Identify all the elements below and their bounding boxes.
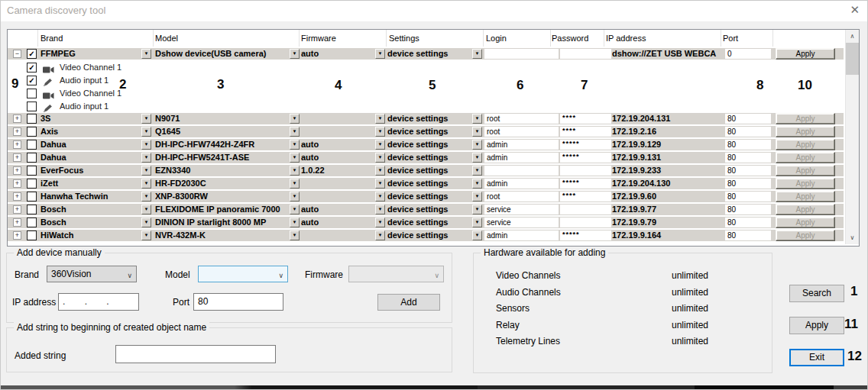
- brand-dropdown-icon[interactable]: ▼: [141, 179, 151, 189]
- settings-dropdown-icon[interactable]: ▼: [472, 166, 482, 176]
- brand-dropdown-icon[interactable]: ▼: [141, 205, 151, 214]
- firmware-dropdown-icon[interactable]: ▼: [375, 230, 385, 240]
- apply-button[interactable]: Apply: [789, 317, 844, 334]
- password-input[interactable]: *****: [560, 179, 611, 189]
- login-input[interactable]: admin: [484, 230, 559, 240]
- apply-row-button[interactable]: Apply: [776, 204, 835, 215]
- password-input[interactable]: *****: [560, 140, 611, 150]
- firmware-dropdown-icon[interactable]: ▼: [375, 153, 385, 163]
- apply-row-button[interactable]: Apply: [776, 230, 835, 241]
- model-dropdown-icon[interactable]: ▼: [290, 179, 300, 189]
- model-dropdown-icon[interactable]: ▼: [290, 218, 300, 227]
- apply-row-button[interactable]: Apply: [776, 191, 835, 202]
- port-input[interactable]: 80: [725, 153, 771, 163]
- brand-dropdown-icon[interactable]: ▼: [141, 218, 151, 227]
- ip-address-input[interactable]: . . .: [58, 293, 139, 311]
- login-input[interactable]: admin: [484, 153, 559, 163]
- model-dropdown-icon[interactable]: ▼: [290, 230, 300, 240]
- expand-toggle-icon[interactable]: +: [13, 192, 21, 201]
- row-checkbox[interactable]: [27, 192, 37, 201]
- vertical-scrollbar[interactable]: ∧ ∨: [845, 30, 859, 244]
- port-input[interactable]: 80: [725, 140, 771, 150]
- firmware-dropdown-icon[interactable]: ▼: [375, 192, 385, 201]
- model-dropdown-icon[interactable]: ▼: [290, 114, 300, 124]
- port-input[interactable]: 80: [193, 293, 283, 311]
- apply-row-button[interactable]: Apply: [776, 113, 835, 124]
- scroll-up-icon[interactable]: ∧: [846, 30, 859, 43]
- login-input[interactable]: root: [484, 127, 559, 137]
- settings-dropdown-icon[interactable]: ▼: [472, 179, 482, 189]
- model-dropdown-icon[interactable]: ▼: [290, 49, 300, 59]
- brand-dropdown-icon[interactable]: ▼: [141, 153, 151, 163]
- settings-dropdown-icon[interactable]: ▼: [472, 218, 482, 227]
- brand-dropdown-icon[interactable]: ▼: [141, 192, 151, 201]
- firmware-dropdown-icon[interactable]: ▼: [375, 218, 385, 227]
- port-input[interactable]: 80: [725, 218, 771, 227]
- expand-toggle-icon[interactable]: +: [13, 166, 21, 175]
- expand-toggle-icon[interactable]: +: [13, 140, 21, 149]
- port-input[interactable]: 0: [725, 49, 771, 59]
- expand-toggle-icon[interactable]: +: [13, 153, 21, 162]
- password-input[interactable]: ****: [560, 127, 611, 137]
- firmware-dropdown-icon[interactable]: ▼: [375, 140, 385, 150]
- settings-dropdown-icon[interactable]: ▼: [472, 205, 482, 214]
- child-checkbox[interactable]: [27, 102, 37, 111]
- settings-dropdown-icon[interactable]: ▼: [472, 49, 482, 59]
- expand-toggle-icon[interactable]: +: [13, 114, 21, 123]
- port-input[interactable]: 80: [725, 166, 771, 176]
- row-checkbox[interactable]: ✓: [27, 49, 37, 59]
- scroll-down-icon[interactable]: ∨: [846, 231, 859, 244]
- model-dropdown-icon[interactable]: ▼: [290, 205, 300, 214]
- brand-dropdown-icon[interactable]: ▼: [141, 230, 151, 240]
- model-dropdown-icon[interactable]: ▼: [290, 140, 300, 150]
- model-select[interactable]: ∨: [198, 266, 288, 282]
- login-input[interactable]: admin: [484, 140, 559, 150]
- brand-dropdown-icon[interactable]: ▼: [141, 166, 151, 176]
- model-dropdown-icon[interactable]: ▼: [290, 166, 300, 176]
- firmware-dropdown-icon[interactable]: ▼: [375, 49, 385, 59]
- login-input[interactable]: [484, 166, 559, 176]
- settings-dropdown-icon[interactable]: ▼: [472, 153, 482, 163]
- login-input[interactable]: root: [484, 192, 559, 201]
- apply-row-button[interactable]: Apply: [776, 48, 835, 60]
- apply-row-button[interactable]: Apply: [776, 126, 835, 137]
- password-input[interactable]: [560, 205, 611, 214]
- brand-select[interactable]: 360Vision ∨: [47, 266, 137, 282]
- settings-dropdown-icon[interactable]: ▼: [472, 114, 482, 124]
- port-input[interactable]: 80: [725, 230, 771, 240]
- child-checkbox[interactable]: ✓: [27, 76, 37, 85]
- row-checkbox[interactable]: [27, 205, 37, 214]
- expand-toggle-icon[interactable]: −: [13, 50, 21, 58]
- settings-dropdown-icon[interactable]: ▼: [472, 230, 482, 240]
- expand-toggle-icon[interactable]: +: [13, 231, 21, 240]
- password-input[interactable]: [560, 218, 611, 227]
- apply-row-button[interactable]: Apply: [776, 139, 835, 150]
- brand-dropdown-icon[interactable]: ▼: [141, 49, 151, 59]
- model-dropdown-icon[interactable]: ▼: [290, 127, 300, 137]
- firmware-select[interactable]: ∨: [348, 266, 444, 282]
- apply-row-button[interactable]: Apply: [776, 217, 835, 228]
- password-input[interactable]: [560, 49, 611, 59]
- port-input[interactable]: 80: [725, 179, 771, 189]
- model-dropdown-icon[interactable]: ▼: [290, 153, 300, 163]
- firmware-dropdown-icon[interactable]: ▼: [375, 114, 385, 124]
- child-checkbox[interactable]: ✓: [27, 63, 37, 73]
- expand-toggle-icon[interactable]: +: [13, 205, 21, 214]
- login-input[interactable]: service: [484, 205, 559, 214]
- password-input[interactable]: [560, 166, 611, 176]
- row-checkbox[interactable]: [27, 127, 37, 137]
- login-input[interactable]: admin: [484, 179, 559, 189]
- add-button[interactable]: Add: [377, 294, 440, 311]
- firmware-dropdown-icon[interactable]: ▼: [375, 205, 385, 214]
- apply-row-button[interactable]: Apply: [776, 178, 835, 189]
- port-input[interactable]: 80: [725, 192, 771, 201]
- brand-dropdown-icon[interactable]: ▼: [141, 114, 151, 124]
- password-input[interactable]: *****: [560, 230, 611, 240]
- scrollbar-thumb[interactable]: [846, 43, 859, 75]
- password-input[interactable]: *****: [560, 153, 611, 163]
- row-checkbox[interactable]: [27, 230, 37, 240]
- model-dropdown-icon[interactable]: ▼: [290, 192, 300, 201]
- expand-toggle-icon[interactable]: +: [13, 127, 21, 136]
- search-button[interactable]: Search: [789, 285, 844, 302]
- login-input[interactable]: root: [484, 114, 559, 124]
